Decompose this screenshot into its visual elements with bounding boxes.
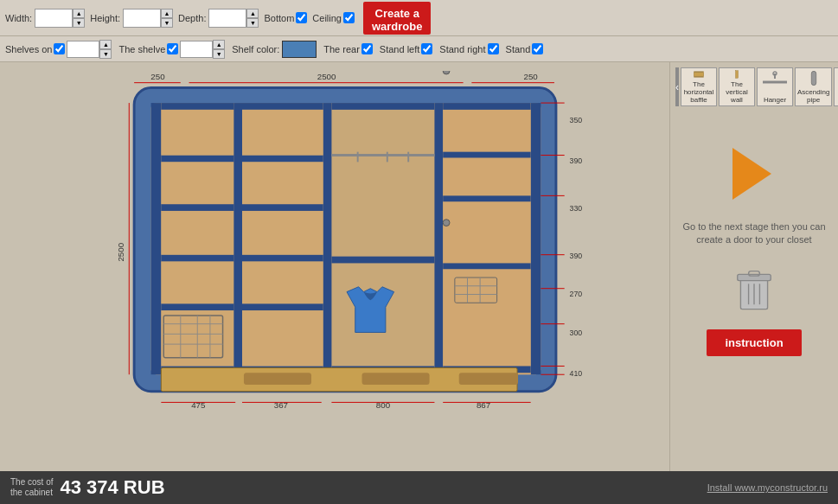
- svg-rect-44: [443, 103, 530, 374]
- shelve-up[interactable]: ▲: [213, 40, 225, 49]
- svg-marker-100: [732, 148, 771, 200]
- svg-rect-19: [161, 303, 233, 310]
- svg-text:330: 330: [570, 204, 583, 213]
- height-spinner[interactable]: 2500 ▲ ▼: [123, 9, 173, 28]
- depth-group: Depth: 600 ▲ ▼: [178, 9, 259, 28]
- the-rear-group: The rear: [323, 43, 373, 54]
- svg-rect-45: [443, 103, 530, 110]
- svg-rect-16: [161, 156, 233, 163]
- depth-down[interactable]: ▼: [246, 18, 259, 28]
- svg-rect-37: [331, 103, 434, 110]
- svg-rect-32: [242, 110, 323, 156]
- svg-rect-35: [242, 261, 323, 303]
- stand-checkbox[interactable]: [532, 43, 543, 54]
- shelves-on-checkbox[interactable]: [54, 43, 65, 54]
- ceiling-group: Ceiling: [312, 12, 355, 23]
- svg-rect-24: [161, 261, 233, 303]
- the-shelve-group: The shelve 250 ▲ ▼: [118, 40, 225, 59]
- svg-rect-33: [242, 162, 323, 204]
- height-up[interactable]: ▲: [161, 9, 173, 18]
- component-vertical-wall[interactable]: The vertical wall: [719, 67, 755, 106]
- component-ascending-pipe[interactable]: Ascending pipe: [795, 67, 832, 106]
- components-prev-button[interactable]: ‹: [675, 67, 679, 106]
- bottom-group: Bottom: [264, 12, 307, 23]
- depth-spinner[interactable]: 600 ▲ ▼: [208, 9, 259, 28]
- stand-label: Stand: [506, 44, 531, 54]
- svg-point-90: [443, 220, 450, 226]
- svg-rect-11: [233, 103, 242, 374]
- shelve-value-spinner[interactable]: 250 ▲ ▼: [180, 40, 225, 59]
- stand-left-checkbox[interactable]: [421, 43, 432, 54]
- components-bar: ‹ The horizontal baffle The vertical wal…: [675, 67, 833, 106]
- svg-rect-18: [161, 255, 233, 262]
- depth-input[interactable]: 600: [208, 9, 246, 28]
- shelve-value-input[interactable]: 250: [180, 41, 213, 58]
- the-rear-checkbox[interactable]: [361, 43, 373, 54]
- height-input[interactable]: 2500: [123, 9, 161, 28]
- svg-text:475: 475: [191, 400, 206, 410]
- svg-text:250: 250: [524, 72, 539, 81]
- instruction-button[interactable]: instruction: [707, 329, 802, 356]
- depth-label: Depth:: [178, 13, 206, 23]
- stand-right-checkbox[interactable]: [488, 43, 499, 54]
- svg-rect-46: [443, 152, 530, 158]
- shelf-color-group: Shelf color:: [232, 41, 317, 58]
- depth-up[interactable]: ▲: [246, 9, 259, 18]
- bottom-bar: The cost ofthe cabinet 43 374 RUB Instal…: [0, 471, 838, 504]
- svg-rect-34: [242, 211, 323, 255]
- width-spinner[interactable]: 3000 ▲ ▼: [35, 9, 85, 28]
- svg-rect-53: [459, 373, 518, 385]
- shelf-color-swatch[interactable]: [282, 41, 317, 58]
- ceiling-checkbox[interactable]: [343, 12, 355, 23]
- toolbar-row2: Shelves on 250 ▲ ▼ The shelve 250 ▲ ▼ Sh…: [0, 36, 838, 62]
- svg-rect-47: [443, 195, 530, 201]
- the-rear-label: The rear: [323, 44, 360, 54]
- svg-text:270: 270: [570, 290, 583, 298]
- shelves-on-group: Shelves on 250 ▲ ▼: [5, 40, 112, 59]
- svg-rect-22: [161, 162, 233, 204]
- svg-rect-17: [161, 204, 233, 211]
- svg-rect-51: [244, 373, 311, 385]
- svg-rect-92: [694, 71, 703, 72]
- component-hanger[interactable]: Hanger: [757, 67, 793, 106]
- cost-section: The cost ofthe cabinet 43 374 RUB: [10, 476, 165, 499]
- bottom-checkbox[interactable]: [296, 12, 307, 23]
- shelves-on-label: Shelves on: [5, 44, 52, 54]
- svg-rect-42: [331, 257, 434, 264]
- height-down[interactable]: ▼: [161, 18, 173, 28]
- svg-rect-14: [531, 103, 541, 374]
- stand-right-group: Stand right: [439, 43, 498, 54]
- width-label: Width:: [5, 13, 32, 23]
- bottom-label: Bottom: [264, 13, 294, 23]
- diagram-area: 250 2500 250 2500: [0, 62, 669, 471]
- toolbar-row1: Width: 3000 ▲ ▼ Height: 2500 ▲ ▼ Depth: …: [0, 0, 838, 36]
- svg-text:367: 367: [274, 400, 288, 410]
- svg-rect-15: [161, 103, 233, 110]
- shelves-input[interactable]: 250: [67, 41, 99, 58]
- svg-text:250: 250: [150, 72, 165, 81]
- component-label: Hanger: [764, 96, 786, 104]
- component-label: The vertical wall: [721, 80, 752, 104]
- component-label: Ascending pipe: [797, 88, 829, 104]
- svg-rect-98: [811, 71, 816, 85]
- shelve-down[interactable]: ▼: [213, 49, 225, 59]
- wardrobe-diagram: 250 2500 250 2500: [26, 71, 597, 417]
- component-inox[interactable]: Иох: [834, 67, 838, 106]
- shelves-down[interactable]: ▼: [99, 49, 112, 59]
- width-down[interactable]: ▼: [73, 18, 85, 28]
- component-horizontal-baffle[interactable]: The horizontal baffle: [681, 67, 717, 106]
- svg-text:350: 350: [570, 116, 583, 124]
- width-input[interactable]: 3000: [35, 9, 73, 28]
- the-shelve-checkbox[interactable]: [167, 43, 178, 54]
- width-up[interactable]: ▲: [73, 9, 85, 18]
- right-panel: ‹ The horizontal baffle The vertical wal…: [669, 62, 838, 471]
- trash-icon[interactable]: [732, 268, 776, 316]
- svg-rect-48: [443, 263, 530, 269]
- svg-rect-102: [738, 274, 771, 280]
- install-link[interactable]: Install www.myconstructor.ru: [707, 482, 828, 493]
- svg-rect-36: [242, 310, 323, 366]
- shelves-spinner[interactable]: 250 ▲ ▼: [67, 40, 112, 59]
- shelves-up[interactable]: ▲: [99, 40, 112, 49]
- cost-label: The cost ofthe cabinet: [10, 477, 53, 498]
- create-wardrobe-button[interactable]: Create awardrobe: [363, 2, 432, 35]
